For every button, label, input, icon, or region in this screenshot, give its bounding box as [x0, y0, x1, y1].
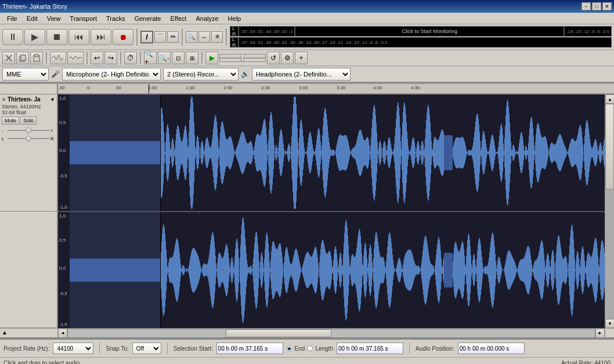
channels-select[interactable]: 2 (Stereo) Recor...: [163, 68, 239, 81]
end-radio[interactable]: [287, 345, 292, 351]
track1-gain-row: - +: [2, 127, 55, 134]
zoom-tool-button[interactable]: 🔍: [186, 31, 197, 43]
horizontal-scrollbar[interactable]: ◄ ►: [0, 328, 614, 337]
track2-waveform[interactable]: 1,0 0,5 0,0 -0,5 -1,0: [58, 212, 605, 329]
skip-back-button[interactable]: ⏮: [68, 29, 89, 45]
toolbar-area: ⏸ ▶ ⏹ ⏮ ⏭ ⏺ I ⌒ ✏ 🔍: [0, 24, 614, 84]
menu-transport[interactable]: Transport: [65, 14, 102, 23]
ruler-label-7: 3:00: [299, 85, 308, 90]
tracks-area: ✕ Thirteen- Ja ▼ Stereo, 44100Hz 32-bit …: [0, 94, 614, 328]
ruler-label-3: 1:00: [148, 85, 157, 90]
monitoring-button[interactable]: Click to Start Monitoring: [295, 26, 564, 37]
menu-analyze[interactable]: Analyze: [191, 14, 223, 23]
cut-button[interactable]: [2, 52, 15, 64]
waveform-view-button[interactable]: [50, 52, 66, 64]
spectrogram-view-button[interactable]: [67, 52, 84, 64]
track1-solo-button[interactable]: Solo: [20, 117, 37, 125]
expand-button[interactable]: +: [295, 52, 308, 64]
microphone-select[interactable]: Microphone (2- High Definitio...: [62, 68, 161, 81]
sep6: [120, 52, 121, 64]
select-tool-button[interactable]: I: [140, 31, 153, 43]
stop-button[interactable]: ⏹: [46, 29, 67, 45]
track1-close-icon[interactable]: ✕: [2, 97, 6, 103]
settings-button[interactable]: ⚙: [281, 52, 294, 64]
gain-minus-icon: -: [2, 128, 6, 133]
ruler-label-5: 2:00: [223, 85, 233, 90]
undo-button[interactable]: ↩: [91, 52, 103, 64]
menu-help[interactable]: Help: [223, 14, 246, 23]
hscroll-track[interactable]: [67, 329, 595, 338]
menu-effect[interactable]: Effect: [166, 14, 192, 23]
status-bar: Click and drag to select audio Actual Ra…: [0, 357, 614, 364]
ruler-label-6: 2:30: [261, 85, 270, 90]
vscroll-track[interactable]: [605, 104, 614, 319]
loop-button[interactable]: ↺: [267, 52, 280, 64]
play-button[interactable]: ▶: [24, 29, 45, 45]
play-speed-button[interactable]: ▶: [205, 52, 218, 64]
skip-forward-button[interactable]: ⏭: [91, 29, 111, 45]
sync-button[interactable]: ⏱: [124, 52, 137, 64]
y-label-0-0-top: 0,0: [59, 148, 66, 153]
ruler-timeline[interactable]: -30 0 30 1:00 1:30 2:00 2:30 3:00 3:30 4…: [58, 84, 614, 94]
zoom-out-button[interactable]: 🔍-: [158, 52, 171, 64]
title-bar: Thirteen- Jakarta Story – □ ✕: [0, 0, 614, 13]
zoom-fit-button[interactable]: ⊞: [186, 52, 198, 64]
menu-edit[interactable]: Edit: [22, 14, 42, 23]
menu-view[interactable]: View: [42, 14, 66, 23]
timeshift-tool-button[interactable]: ↔: [198, 31, 210, 43]
y-label-neg-1-top: -1,0: [59, 205, 67, 210]
menu-file[interactable]: File: [2, 14, 22, 23]
menu-tracks[interactable]: Tracks: [102, 14, 130, 23]
envelope-tool-button[interactable]: ⌒: [154, 31, 166, 43]
content-area: -30 0 30 1:00 1:30 2:00 2:30 3:00 3:30 4…: [0, 84, 614, 337]
maximize-button[interactable]: □: [592, 2, 601, 10]
waveform1-canvas[interactable]: [70, 94, 605, 211]
audio-position-input[interactable]: [458, 343, 525, 354]
multi-tool-button[interactable]: ✳: [211, 31, 223, 43]
pause-button[interactable]: ⏸: [2, 29, 23, 45]
vscroll-down-button[interactable]: ▼: [605, 319, 614, 328]
end-label[interactable]: End: [295, 345, 305, 352]
waveform1-playhead: [160, 94, 161, 211]
vertical-scrollbar[interactable]: ▲ ▼: [605, 94, 614, 328]
minimize-button[interactable]: –: [582, 2, 591, 10]
track1-info2: 32-bit float: [2, 110, 55, 115]
snap-to-select[interactable]: Off: [132, 343, 161, 354]
vscroll-up-button[interactable]: ▲: [605, 94, 614, 104]
zoom-selection-button[interactable]: ⊡: [172, 52, 185, 64]
project-rate-select[interactable]: 44100: [53, 343, 93, 354]
track1-dropdown-icon[interactable]: ▼: [50, 97, 55, 103]
track1-waveform[interactable]: 1,0 0,5 0,0 -0,5 -1,0: [58, 94, 605, 212]
track1-pan-slider[interactable]: [8, 135, 49, 142]
menu-generate[interactable]: Generate: [130, 14, 166, 23]
waveform2-playhead: [160, 212, 161, 329]
track1-mute-button[interactable]: Mute: [2, 117, 19, 125]
copy-button[interactable]: [16, 52, 29, 64]
zoom-in-button[interactable]: 🔍+: [144, 52, 157, 64]
pencil-tool-button[interactable]: ✏: [167, 31, 179, 43]
redo-button[interactable]: ↪: [104, 52, 117, 64]
paste-button[interactable]: [30, 52, 43, 64]
track1-controls: Mute Solo: [2, 117, 55, 125]
record-button[interactable]: ⏺: [113, 29, 133, 45]
vscroll-thumb[interactable]: [605, 104, 614, 190]
waveform2-canvas[interactable]: [70, 212, 605, 329]
bottom-sep2: [167, 343, 168, 354]
speed-slider[interactable]: [219, 54, 266, 62]
length-radio[interactable]: [307, 345, 313, 351]
close-button[interactable]: ✕: [602, 2, 612, 10]
speaker-select[interactable]: Headphones (2- Definitio...: [252, 68, 351, 81]
hscroll-left-button[interactable]: ◄: [58, 329, 67, 338]
ruler-label-2: 30: [116, 85, 121, 90]
selection-start-input[interactable]: [216, 343, 283, 354]
end-value-input[interactable]: [337, 343, 403, 354]
svg-rect-3: [35, 54, 38, 57]
hscroll-thumb[interactable]: [226, 329, 331, 337]
project-rate-label: Project Rate (Hz):: [3, 345, 49, 352]
track1-gain-slider[interactable]: [8, 127, 49, 134]
y-label-neg-0-5-bot: -0,5: [59, 291, 67, 296]
hscroll-right-button[interactable]: ►: [595, 329, 605, 338]
api-select[interactable]: MME: [2, 68, 49, 81]
device-bar: MME 🎤 Microphone (2- High Definitio... 2…: [0, 66, 614, 83]
length-label[interactable]: Length: [315, 345, 333, 352]
